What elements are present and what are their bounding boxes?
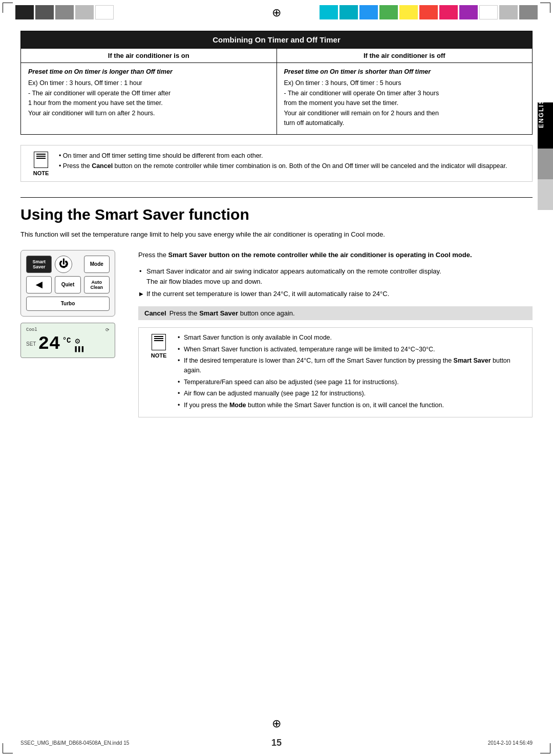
- lcd-degree: °C: [62, 337, 71, 344]
- auto-clean-btn: AutoClean: [84, 276, 110, 293]
- note2-item-3: If the desired temperature is lower than…: [177, 356, 525, 376]
- remote-images: SmartSaver ⏻ Mode ◀ Quiet AutoClean Turb…: [20, 250, 123, 358]
- cb3: [55, 5, 74, 19]
- col2-t1: - The air conditioner will operate On ti…: [284, 89, 525, 98]
- section-title: Using the Smart Saver function: [20, 206, 533, 223]
- note2-item-4: Temperature/Fan speed can also be adjust…: [177, 377, 525, 387]
- cbr11: [519, 5, 538, 19]
- note-label-2: NOTE: [151, 352, 167, 359]
- lcd-mockup: Cool ⟳ SET 24 °C ⚙ ▌▌▌: [20, 323, 115, 358]
- cbr3: [359, 5, 378, 19]
- cb4: [75, 5, 94, 19]
- page-number: 15: [271, 738, 282, 748]
- col1-t3: Your air conditioner will turn on after …: [28, 109, 269, 118]
- note-icon-img-2: [152, 334, 166, 350]
- page-footer: SSEC_UMG_IB&IM_DB68-04508A_EN.indd 15 15…: [0, 740, 553, 746]
- col2-header: If the air conditioner is off: [277, 49, 533, 62]
- cbr9: [479, 5, 498, 19]
- note2-item-2: When Smart Saver function is activated, …: [177, 345, 525, 354]
- remote-mockup: SmartSaver ⏻ Mode ◀ Quiet AutoClean Turb…: [20, 250, 115, 317]
- col1-ex: Ex) On timer : 3 hours, Off timer : 1 ho…: [28, 78, 269, 88]
- col2-t2: from the moment you have set the timer.: [284, 98, 525, 108]
- timer-table: Combining On Timer and Off Timer If the …: [20, 31, 533, 135]
- note2-list: Smart Saver function is only available i…: [177, 333, 525, 412]
- sidebar-english-label: ENGLISH: [538, 102, 553, 149]
- crop-mark-tr: [540, 3, 550, 13]
- cbr2: [339, 5, 358, 19]
- cbr6: [419, 5, 438, 19]
- compass-bottom-icon: ⊕: [272, 717, 281, 730]
- page-content: Combining On Timer and Off Timer If the …: [0, 31, 553, 423]
- lcd-set-label: SET: [26, 341, 36, 347]
- table-body: Preset time on On timer is longer than O…: [21, 62, 532, 134]
- cancel-bar: Cancel Press the Smart Saver button once…: [138, 306, 533, 320]
- sidebar-lightgray: [538, 179, 553, 210]
- col1-t1: - The air conditioner will operate the O…: [28, 89, 269, 98]
- col1-bold: Preset time on On timer is longer than O…: [28, 67, 269, 77]
- cancel-text: Press the Smart Saver button once again.: [169, 309, 295, 317]
- crop-mark-tl: [3, 3, 13, 13]
- cbr7: [439, 5, 458, 19]
- mode-btn: Mode: [84, 256, 110, 273]
- compass-top-icon: ⊕: [272, 6, 281, 19]
- table-cell-1: Preset time on On timer is longer than O…: [21, 63, 277, 134]
- note-label-1: NOTE: [33, 170, 49, 176]
- note-icon-1: NOTE: [28, 152, 54, 176]
- note-box-1: NOTE • On timer and Off timer setting ti…: [20, 145, 533, 182]
- smart-saver-body: SmartSaver ⏻ Mode ◀ Quiet AutoClean Turb…: [20, 250, 533, 423]
- lcd-fan-icon: ⚙: [75, 336, 85, 346]
- col2-bold: Preset time on On timer is shorter than …: [284, 67, 525, 77]
- color-bar-left: [15, 5, 114, 19]
- table-title: Combining On Timer and Off Timer: [21, 31, 532, 48]
- cb1: [15, 5, 34, 19]
- table-cell-2: Preset time on On timer is shorter than …: [277, 63, 533, 134]
- note-box-2: NOTE Smart Saver function is only availa…: [138, 327, 533, 417]
- note2-item-5: Air flow can be adjusted manually (see p…: [177, 389, 525, 398]
- footer-right-text: 2014-2-10 14:56:49: [488, 740, 533, 746]
- cbr4: [379, 5, 398, 19]
- turbo-btn: Turbo: [26, 297, 110, 311]
- smart-saver-btn: SmartSaver: [26, 256, 52, 273]
- lcd-temp-display: 24 °C: [38, 335, 71, 353]
- quiet-btn: Quiet: [55, 276, 80, 293]
- note1-bullet2: • Press the Cancel button on the remote …: [59, 161, 507, 171]
- note-text-1: • On timer and Off timer setting time sh…: [59, 151, 507, 171]
- lcd-swing-icon: ⟳: [105, 327, 110, 333]
- note-icon-2: NOTE: [146, 334, 172, 359]
- lcd-icons: ⚙ ▌▌▌: [75, 336, 85, 352]
- footer-left-text: SSEC_UMG_IB&IM_DB68-04508A_EN.indd 15: [20, 740, 129, 746]
- lcd-temp-value: 24: [38, 335, 60, 353]
- remote-grid: SmartSaver ⏻ Mode ◀ Quiet AutoClean: [26, 256, 110, 293]
- arrow-btn: ◀: [26, 276, 52, 293]
- power-btn: ⏻: [55, 256, 72, 273]
- col2-t3: Your air conditioner will remain on for …: [284, 109, 525, 118]
- col2-t4: turn off automatically.: [284, 118, 525, 128]
- cbr5: [399, 5, 418, 19]
- col2-ex: Ex) On timer : 3 hours, Off timer : 5 ho…: [284, 78, 525, 88]
- section-divider: [20, 197, 533, 198]
- note2-item-1: Smart Saver function is only available i…: [177, 333, 525, 343]
- col1-t2: 1 hour from the moment you have set the …: [28, 98, 269, 108]
- section-intro: This function will set the temperature r…: [20, 229, 533, 240]
- note2-item-6: If you press the Mode button while the S…: [177, 401, 525, 410]
- smart-saver-text: Press the Smart Saver button on the remo…: [138, 250, 533, 423]
- lcd-top: Cool ⟳: [26, 327, 110, 333]
- cancel-label: Cancel: [144, 309, 166, 317]
- bullet-item-1: Smart Saver indicator and air swing indi…: [138, 266, 533, 287]
- lcd-cool-label: Cool: [26, 327, 37, 333]
- note-icon-img: [34, 152, 48, 168]
- cbr10: [499, 5, 518, 19]
- color-bar-right: [320, 5, 538, 19]
- sidebar-gray: [538, 149, 553, 179]
- cb5: [95, 5, 114, 19]
- instruction-bullets: Smart Saver indicator and air swing indi…: [138, 266, 533, 299]
- bullet-item-2: If the current set temperature is lower …: [138, 289, 533, 299]
- cbr1: [320, 5, 338, 19]
- cb2: [35, 5, 54, 19]
- col1-header: If the air conditioner is on: [21, 49, 277, 62]
- lcd-signal-icon: ▌▌▌: [75, 346, 85, 352]
- note1-bullet1: • On timer and Off timer setting time sh…: [59, 151, 507, 161]
- cbr8: [459, 5, 478, 19]
- press-instruction: Press the Smart Saver button on the remo…: [138, 250, 533, 260]
- table-col-headers: If the air conditioner is on If the air …: [21, 48, 532, 62]
